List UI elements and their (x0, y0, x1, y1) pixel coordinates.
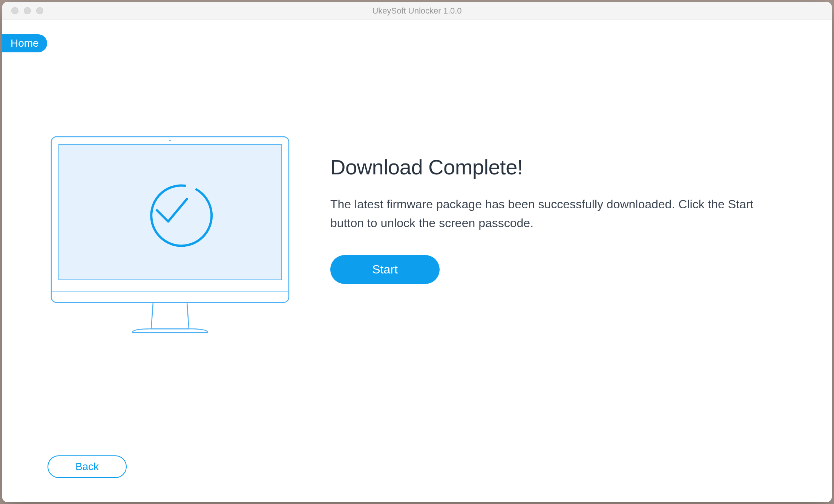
svg-rect-1 (59, 144, 281, 280)
app-window: UkeySoft Unlocker 1.0.0 Home (2, 2, 832, 502)
window-controls (2, 7, 43, 14)
maximize-window-button[interactable] (36, 7, 43, 14)
main-content: Download Complete! The latest firmware p… (48, 133, 786, 342)
content-area: Home (2, 20, 832, 502)
window-title: UkeySoft Unlocker 1.0.0 (372, 6, 461, 16)
page-heading: Download Complete! (330, 155, 786, 179)
svg-point-2 (169, 140, 171, 141)
home-button[interactable]: Home (2, 34, 47, 52)
start-button[interactable]: Start (330, 255, 440, 284)
close-window-button[interactable] (11, 7, 18, 14)
illustration-container (48, 133, 293, 342)
titlebar: UkeySoft Unlocker 1.0.0 (2, 2, 832, 20)
back-button[interactable]: Back (48, 455, 127, 478)
minimize-window-button[interactable] (24, 7, 31, 14)
text-column: Download Complete! The latest firmware p… (330, 133, 786, 284)
page-description: The latest firmware package has been suc… (330, 195, 786, 232)
monitor-checkmark-illustration (48, 133, 293, 340)
